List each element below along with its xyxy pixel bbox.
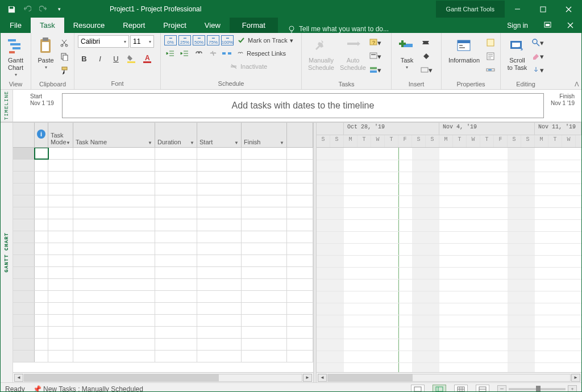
scroll-left-icon[interactable]: ◄ <box>14 374 23 382</box>
view-grid-icon[interactable] <box>454 385 468 393</box>
day-header[interactable]: T <box>548 135 562 147</box>
day-header[interactable]: S <box>521 135 535 147</box>
status-new-tasks[interactable]: 📌 New Tasks : Manually Scheduled <box>33 385 143 393</box>
zoom-in-icon[interactable]: ＋ <box>568 385 577 393</box>
col-task-name[interactable]: Task Name▼ <box>73 123 155 147</box>
day-header[interactable]: W <box>371 135 385 147</box>
col-task-mode[interactable]: Task Mode▼ <box>48 123 73 147</box>
move-icon[interactable]: ▾ <box>369 50 381 62</box>
week-header[interactable]: Nov 11, '19 <box>535 123 581 135</box>
pct-100-button[interactable]: ━100% <box>221 35 234 45</box>
tab-project[interactable]: Project <box>154 18 195 33</box>
milestone-icon[interactable] <box>420 50 433 62</box>
grid-body[interactable] <box>13 148 313 372</box>
view-normal-icon[interactable] <box>411 385 425 393</box>
gantt-chart-button[interactable]: Gantt Chart <box>4 35 27 80</box>
details-icon[interactable] <box>484 50 497 62</box>
tab-view[interactable]: View <box>196 18 230 33</box>
tab-file[interactable]: File <box>1 18 31 33</box>
chart-body[interactable] <box>317 148 581 372</box>
col-indicators[interactable]: i <box>35 123 48 147</box>
day-header[interactable]: T <box>453 135 467 147</box>
grid-hscrollbar[interactable]: ◄ ► <box>13 372 313 382</box>
link-icon[interactable] <box>193 47 205 60</box>
pct-50-button[interactable]: ━50% <box>193 35 205 45</box>
col-start[interactable]: Start▼ <box>197 123 242 147</box>
manually-schedule-button[interactable]: Manually Schedule <box>305 35 337 80</box>
day-header[interactable]: F <box>398 135 412 147</box>
day-header[interactable]: F <box>494 135 508 147</box>
zoom-slider[interactable]: ─ ＋ <box>497 385 577 393</box>
ribbon-display-icon[interactable] <box>536 18 559 33</box>
scroll-left-icon[interactable]: ◄ <box>318 374 327 382</box>
maximize-icon[interactable] <box>530 1 556 18</box>
respect-links-button[interactable]: Respect Links <box>234 48 288 59</box>
font-size-select[interactable]: 11 <box>130 35 154 48</box>
save-icon[interactable] <box>5 3 18 15</box>
copy-icon[interactable] <box>58 50 70 62</box>
unlink-icon[interactable] <box>207 47 219 60</box>
underline-button[interactable]: U <box>110 52 122 65</box>
add-to-timeline-icon[interactable] <box>484 64 497 76</box>
font-name-select[interactable]: Calibri <box>78 35 129 48</box>
scroll-right-icon[interactable]: ► <box>303 374 312 382</box>
scroll-right-icon[interactable]: ► <box>571 374 580 382</box>
view-split-icon[interactable] <box>476 385 489 393</box>
tab-resource[interactable]: Resource <box>64 18 114 33</box>
undo-icon[interactable] <box>21 3 34 15</box>
day-header[interactable]: W <box>562 135 576 147</box>
mark-on-track-button[interactable]: Mark on Track ▾ <box>235 35 296 45</box>
day-header[interactable]: W <box>467 135 480 147</box>
week-header[interactable]: Nov 4, '19 <box>439 123 535 135</box>
bold-button[interactable]: B <box>78 52 90 65</box>
tab-report[interactable]: Report <box>114 18 154 33</box>
outdent-icon[interactable] <box>164 47 177 60</box>
gantt-pane-tab[interactable]: GANTT CHART <box>1 123 13 382</box>
zoom-out-icon[interactable]: ─ <box>497 385 506 393</box>
day-header[interactable]: S <box>412 135 426 147</box>
mode-icon[interactable]: ▾ <box>369 64 381 76</box>
day-header[interactable]: M <box>344 135 357 147</box>
day-header[interactable]: S <box>317 135 330 147</box>
minimize-icon[interactable] <box>505 1 530 18</box>
cut-icon[interactable] <box>58 36 70 49</box>
pct-25-button[interactable]: ━25% <box>178 35 191 45</box>
day-header[interactable]: S <box>426 135 439 147</box>
day-header[interactable]: M <box>439 135 453 147</box>
tab-task[interactable]: Task <box>31 18 64 33</box>
day-header[interactable]: S <box>330 135 344 147</box>
insert-task-button[interactable]: Task <box>395 35 419 80</box>
chart-hscrollbar[interactable]: ◄ ► <box>317 372 581 382</box>
notes-icon[interactable] <box>484 36 497 49</box>
col-duration[interactable]: Duration▼ <box>155 123 197 147</box>
fill-icon[interactable]: ▾ <box>531 64 544 76</box>
day-header[interactable]: T <box>480 135 494 147</box>
inactivate-button[interactable]: Inactivate <box>228 61 269 72</box>
inspect-icon[interactable]: ?▾ <box>369 36 381 49</box>
scroll-to-task-button[interactable]: Scroll to Task <box>504 35 530 80</box>
tell-me[interactable]: Tell me what you want to do... <box>278 25 499 33</box>
timeline-bar[interactable]: Add tasks with dates to the timeline <box>62 93 544 118</box>
paste-button[interactable]: Paste <box>35 35 57 80</box>
font-color-button[interactable]: A <box>142 52 154 65</box>
deliverable-icon[interactable]: ▾ <box>420 64 433 76</box>
summary-icon[interactable] <box>420 36 433 49</box>
find-icon[interactable]: ▾ <box>531 36 544 49</box>
split-icon[interactable] <box>221 47 232 60</box>
collapse-ribbon-icon[interactable]: ᐱ <box>575 81 579 88</box>
day-header[interactable]: T <box>357 135 371 147</box>
day-header[interactable]: T <box>385 135 398 147</box>
pct-0-button[interactable]: ━0% <box>164 35 177 45</box>
sign-in[interactable]: Sign in <box>499 22 536 30</box>
week-header[interactable]: Oct 28, '19 <box>344 123 439 135</box>
format-painter-icon[interactable] <box>58 64 70 76</box>
redo-icon[interactable] <box>37 3 49 15</box>
tab-format[interactable]: Format <box>230 18 278 33</box>
qat-dropdown-icon[interactable]: ▾ <box>53 3 65 15</box>
pct-75-button[interactable]: ━75% <box>207 35 219 45</box>
information-button[interactable]: Information <box>445 35 483 80</box>
italic-button[interactable]: I <box>94 52 106 65</box>
timeline-pane-tab[interactable]: TIMELINE <box>1 90 13 122</box>
col-finish[interactable]: Finish▼ <box>242 123 287 147</box>
indent-icon[interactable] <box>178 47 191 60</box>
